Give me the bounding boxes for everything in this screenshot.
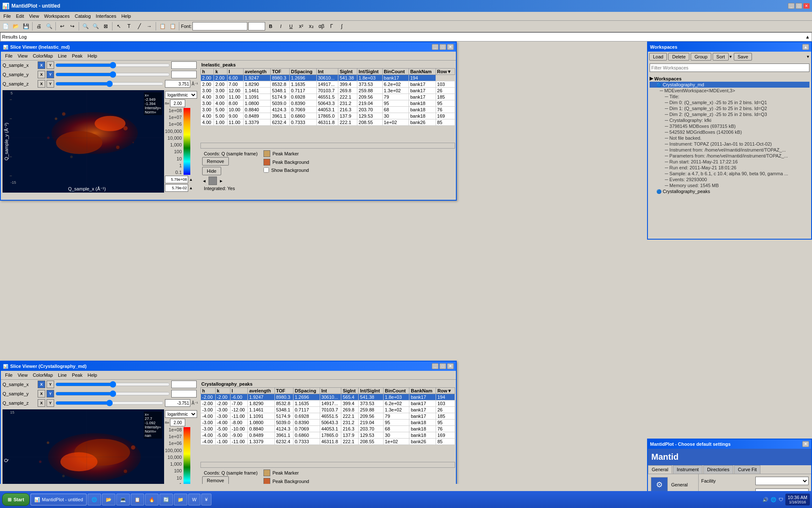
sv1-qx-value[interactable] (171, 61, 197, 69)
sv2-col-dspacing[interactable]: DSpacing (293, 388, 320, 394)
taskbar-item-4[interactable]: 📋 (131, 494, 144, 505)
print-preview-btn[interactable]: 🔍 (44, 22, 54, 31)
sv2-col-k[interactable]: k (215, 388, 230, 394)
sv2-qx-slider[interactable] (55, 381, 170, 387)
taskbar-item-word[interactable]: W (188, 494, 200, 505)
table-row[interactable]: 2.002.006.001.92478980.31.269630610...54… (201, 75, 455, 81)
table-row[interactable]: 4.005.009.000.84893961.10.686017865.0137… (201, 113, 455, 119)
table-row[interactable]: 2.002.007.001.82908532.81.163514917...39… (201, 81, 455, 88)
bold-btn[interactable]: B (266, 22, 275, 31)
sv2-plot[interactable]: 15 -10 (9, 409, 164, 484)
wp-load-btn[interactable]: Load (649, 53, 667, 61)
sv1-table-scroll[interactable]: h k l avelength TOF DSpacing Int SigInt (200, 68, 455, 143)
sv2-qz-slider[interactable] (55, 400, 164, 406)
sv2-col-wavelength[interactable]: avelength (248, 388, 274, 394)
menu-view[interactable]: View (27, 13, 42, 19)
wp-filter-input[interactable] (650, 64, 809, 72)
table-row[interactable]: -4.00-5.00-9.000.84893961.10.686017865.0… (201, 432, 455, 439)
sv1-log-select[interactable]: logarithmic linear (165, 91, 197, 99)
wp-save-btn[interactable]: Save (734, 53, 752, 61)
table-row[interactable]: -4.00-1.00-11.001.33796232.40.733346311.… (201, 439, 455, 445)
wp-expand[interactable]: ▲ (802, 44, 809, 50)
sv2-menu-file[interactable]: File (3, 372, 15, 378)
sv1-qz-slider[interactable] (55, 81, 164, 87)
redo-btn[interactable]: ↪ (68, 22, 77, 31)
gamma-btn[interactable]: Γ (327, 22, 336, 31)
sv1-qy-slider[interactable] (55, 72, 170, 77)
wp-sort-btn[interactable]: Sort (713, 53, 729, 61)
sv2-qz-value[interactable] (165, 399, 190, 407)
table-row[interactable]: -3.00-4.00-8.001.08005039.00.839050643.3… (201, 420, 455, 426)
results-log-expand[interactable]: ▲ (805, 34, 810, 39)
sv2-minimize[interactable]: _ (432, 363, 439, 369)
sv1-col-intsigint[interactable]: Int/SigInt (357, 69, 383, 75)
sv1-max-value[interactable] (165, 176, 188, 183)
save-btn[interactable]: 💾 (21, 22, 30, 31)
sv1-menu-line[interactable]: Line (55, 52, 69, 59)
sv2-col-l[interactable]: l (230, 388, 248, 394)
close-button[interactable]: ✕ (803, 3, 810, 9)
settings-tab-curvefit[interactable]: Curve Fit (734, 465, 761, 474)
table-row[interactable]: -2.00-2.00-6.001.92478980.31.269630610..… (201, 394, 455, 400)
sv2-menu-help[interactable]: Help (85, 372, 100, 378)
sv2-col-bincount[interactable]: BinCount (384, 388, 409, 394)
table-row[interactable]: -2.00-2.00-7.001.82908532.81.163514917..… (201, 400, 455, 407)
table-row[interactable]: 3.005.0010.000.88404124.30.706944053.121… (201, 107, 455, 113)
systray-clock[interactable]: 10:36 AM 1/16/2016 (785, 494, 810, 505)
sv1-arrow-left[interactable]: ◄ (202, 179, 206, 183)
wp-save-arrow[interactable]: ▼ (806, 55, 810, 59)
ws-child-mdevent[interactable]: ─ MDEventWorkspace<MDEvent,3> (660, 88, 809, 94)
menu-edit[interactable]: Edit (14, 13, 27, 19)
new-btn[interactable]: 📄 (1, 22, 10, 31)
sv1-col-sigint[interactable]: SigInt (338, 69, 357, 75)
taskbar-item-mantid[interactable]: 📊 MantidPlot - untitled (30, 494, 87, 505)
settings-tab-general[interactable]: General (648, 465, 672, 474)
start-button[interactable]: ⊞ Start (2, 493, 30, 506)
sv1-col-wavelength[interactable]: avelength (243, 69, 270, 75)
sv2-qy-slider[interactable] (55, 391, 170, 397)
sv1-menu-help[interactable]: Help (85, 52, 100, 59)
sv1-col-dspacing[interactable]: DSpacing (289, 69, 316, 75)
sv2-qz-x-btn[interactable]: X (38, 399, 45, 407)
arrow2-btn[interactable]: → (145, 22, 154, 31)
sv1-remove-btn[interactable]: Remove (202, 157, 229, 166)
sv1-qz-y-btn[interactable]: Y (47, 80, 54, 88)
sv2-col-sigint[interactable]: SigInt (341, 388, 359, 394)
sv2-qy-x-btn[interactable]: X (38, 390, 45, 398)
sv1-menu-view[interactable]: View (15, 52, 30, 59)
menu-catalog[interactable]: Catalog (72, 13, 93, 19)
sv1-menu-peak[interactable]: Peak (69, 52, 85, 59)
arrow-btn[interactable]: ↖ (114, 22, 123, 31)
sv1-col-bankname[interactable]: BankNam (409, 69, 436, 75)
sv2-menu-colormap[interactable]: ColorMap (30, 372, 55, 378)
sv2-menu-peak[interactable]: Peak (69, 372, 85, 378)
sv2-col-h[interactable]: h (201, 388, 216, 394)
sv1-n-input[interactable] (170, 99, 185, 107)
sv2-n-input[interactable] (170, 419, 185, 426)
sv1-col-h[interactable]: h (201, 69, 214, 75)
sv2-qx-value[interactable] (171, 381, 197, 388)
sv1-qy-value[interactable] (171, 71, 197, 78)
sv1-qx-x-btn[interactable]: X (38, 61, 45, 69)
menu-interfaces[interactable]: Interfaces (93, 13, 119, 19)
sv2-qx-y-btn[interactable]: Y (47, 381, 54, 388)
sv1-restore[interactable]: □ (439, 44, 446, 50)
sv1-qy-y-btn[interactable]: Y (47, 71, 54, 78)
italic-btn[interactable]: I (276, 22, 285, 31)
sv1-qz-value[interactable] (165, 80, 190, 88)
taskbar-item-2[interactable]: 📂 (102, 494, 115, 505)
taskbar-item-ie[interactable]: 🌐 (88, 494, 101, 505)
taskbar-item-5[interactable]: 🔥 (145, 494, 159, 505)
wp-sort-arrow[interactable]: ▼ (729, 55, 732, 59)
font-size-input[interactable]: 0 (248, 22, 265, 30)
sv1-hscroll[interactable] (200, 143, 455, 149)
ws-item-crystallography-md[interactable]: 🔵 Crystallography_md (650, 82, 809, 88)
sv2-qz-y-btn[interactable]: Y (47, 399, 54, 407)
maximize-button[interactable]: □ (796, 3, 802, 9)
sv1-arrow-right[interactable]: ► (219, 179, 223, 183)
settings-tab-instrument[interactable]: Instrument (673, 465, 702, 474)
menu-help[interactable]: Help (119, 13, 134, 19)
sv1-menu-colormap[interactable]: ColorMap (30, 52, 55, 59)
table-row[interactable]: 4.001.0011.001.33796232.40.733346311.822… (201, 119, 455, 126)
table-row[interactable]: 3.004.008.001.08005039.00.839050643.3231… (201, 100, 455, 107)
